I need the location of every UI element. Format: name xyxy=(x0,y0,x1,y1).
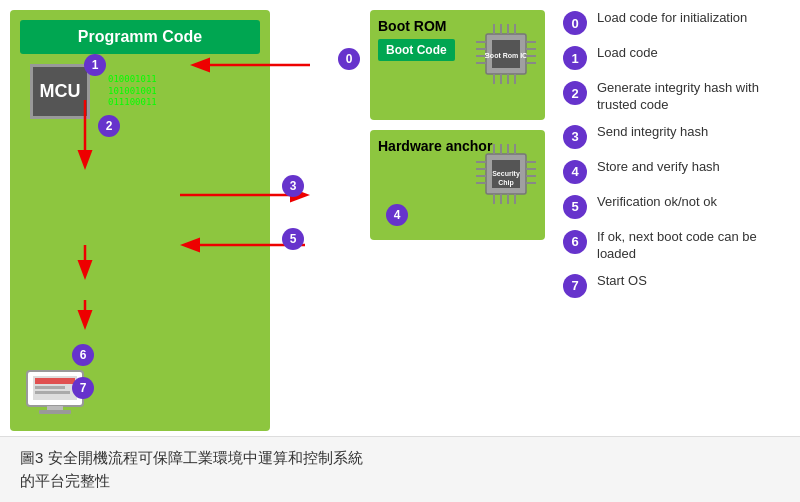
step-circle-7: 7 xyxy=(563,274,587,298)
step-item-5: 5 Verification ok/not ok xyxy=(563,194,790,219)
step-text-2: Generate integrity hash with trusted cod… xyxy=(597,80,790,114)
step-item-7: 7 Start OS xyxy=(563,273,790,298)
step-badge-0: 0 xyxy=(338,48,360,70)
step-circle-4: 4 xyxy=(563,160,587,184)
step-text-6: If ok, next boot code can be loaded xyxy=(597,229,790,263)
step-badge-3: 3 xyxy=(282,175,304,197)
step-text-5: Verification ok/not ok xyxy=(597,194,717,211)
step-item-4: 4 Store and verify hash xyxy=(563,159,790,184)
caption-line2: 的平台完整性 xyxy=(20,470,780,493)
step-circle-6: 6 xyxy=(563,230,587,254)
step-item-6: 6 If ok, next boot code can be loaded xyxy=(563,229,790,263)
step-item-2: 2 Generate integrity hash with trusted c… xyxy=(563,80,790,114)
svg-text:Security: Security xyxy=(492,170,520,178)
step-badge-5: 5 xyxy=(282,228,304,250)
step-badge-7: 7 xyxy=(72,377,94,399)
step-item-3: 3 Send integrity hash xyxy=(563,124,790,149)
step-item-0: 0 Load code for initialization xyxy=(563,10,790,35)
boot-rom-box: Boot ROM Boot Code Boot Rom IC xyxy=(370,10,545,120)
step-item-1: 1 Load code xyxy=(563,45,790,70)
left-panel: Programm Code 1 MCU 01000101110100100101… xyxy=(10,10,270,431)
diagram-wrapper: Programm Code 1 MCU 01000101110100100101… xyxy=(10,10,545,431)
mcu-label: MCU xyxy=(40,81,81,102)
caption-area: 圖3 安全開機流程可保障工業環境中運算和控制系統 的平台完整性 xyxy=(0,436,800,502)
middle-panel: 0 3 5 xyxy=(270,10,370,431)
svg-rect-4 xyxy=(35,391,70,394)
step-badge-2: 2 xyxy=(98,115,120,137)
step-circle-1: 1 xyxy=(563,46,587,70)
svg-rect-6 xyxy=(39,410,71,414)
step-text-1: Load code xyxy=(597,45,658,62)
step-text-7: Start OS xyxy=(597,273,647,290)
diagram-area: Programm Code 1 MCU 01000101110100100101… xyxy=(0,0,800,436)
svg-rect-5 xyxy=(47,406,63,410)
step-badge-4: 4 xyxy=(386,204,408,226)
hardware-anchor-box: Hardware anchor 4 Security Chip xyxy=(370,130,545,240)
step-circle-5: 5 xyxy=(563,195,587,219)
step-circle-0: 0 xyxy=(563,11,587,35)
step-text-0: Load code for initialization xyxy=(597,10,747,27)
programm-code-box: Programm Code xyxy=(20,20,260,54)
step-circle-2: 2 xyxy=(563,81,587,105)
step-circle-3: 3 xyxy=(563,125,587,149)
step-badge-1: 1 xyxy=(84,54,106,76)
right-boxes: Boot ROM Boot Code Boot Rom IC xyxy=(370,10,545,431)
code-text: 010001011101001001011100011 xyxy=(108,74,157,109)
main-container: Programm Code 1 MCU 01000101110100100101… xyxy=(0,0,800,502)
svg-text:Chip: Chip xyxy=(498,179,514,187)
boot-code-inner: Boot Code xyxy=(378,39,455,61)
step-text-4: Store and verify hash xyxy=(597,159,720,176)
svg-rect-2 xyxy=(35,378,75,384)
svg-rect-3 xyxy=(35,386,65,389)
step-text-3: Send integrity hash xyxy=(597,124,708,141)
mcu-box: MCU xyxy=(30,64,90,119)
boot-rom-chip: Boot Rom IC xyxy=(474,22,539,87)
caption-line1: 圖3 安全開機流程可保障工業環境中運算和控制系統 xyxy=(20,447,780,470)
svg-text:Boot Rom IC: Boot Rom IC xyxy=(485,52,527,59)
security-chip: Security Chip xyxy=(474,142,539,207)
steps-panel: 0 Load code for initialization 1 Load co… xyxy=(545,10,790,431)
step-badge-6: 6 xyxy=(72,344,94,366)
